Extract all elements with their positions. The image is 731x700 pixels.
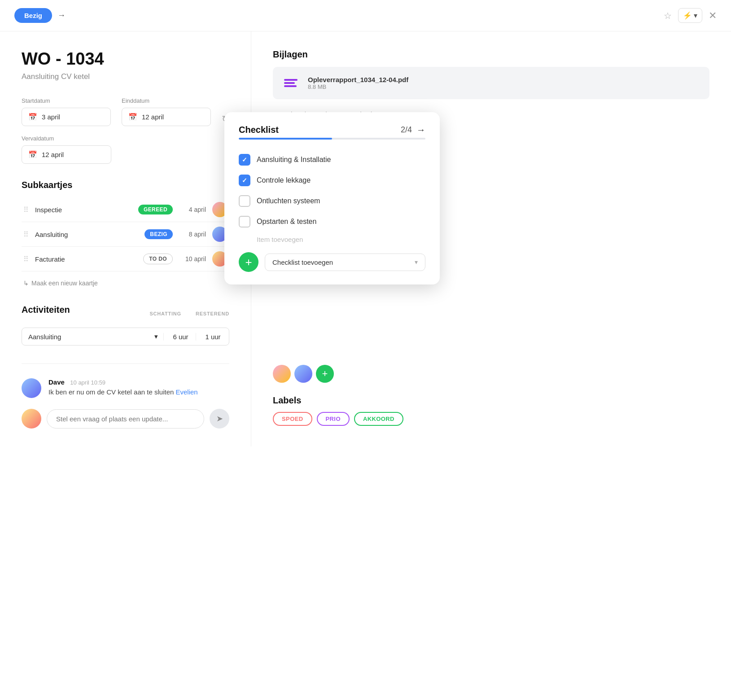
comment-input-avatar bbox=[22, 409, 41, 429]
checkmark-icon: ✓ bbox=[242, 177, 247, 184]
checklist-arrow-icon[interactable]: → bbox=[416, 125, 425, 135]
end-date-value: 12 april bbox=[142, 113, 164, 121]
label-chip-akkoord[interactable]: AKKOORD bbox=[354, 412, 403, 426]
close-button[interactable]: ✕ bbox=[709, 10, 717, 22]
activiteiten-labels: SCHATTING RESTEREND bbox=[149, 311, 229, 316]
drag-handle-icon[interactable]: ⠿ bbox=[23, 206, 29, 214]
checkbox[interactable] bbox=[239, 195, 250, 207]
chevron-down-icon: ▾ bbox=[694, 11, 697, 20]
comment-time: 10 april 10:59 bbox=[70, 379, 105, 386]
comment-input[interactable] bbox=[47, 409, 204, 429]
label-chip-prio[interactable]: PRIO bbox=[317, 412, 350, 426]
add-checklist-button[interactable]: + bbox=[239, 252, 258, 272]
attachment-size: 8.8 MB bbox=[308, 83, 408, 90]
label-chip-spoed[interactable]: SPOED bbox=[273, 412, 312, 426]
checklist-item: ✓ Aansluiting & Installatie bbox=[239, 149, 425, 170]
end-date-input[interactable]: 📅 12 april bbox=[122, 108, 211, 126]
send-button[interactable]: ➤ bbox=[210, 409, 229, 429]
plus-icon: + bbox=[245, 255, 252, 269]
subcard-row: ⠿ Aansluiting BEZIG 8 april bbox=[22, 222, 229, 247]
comment-item: Dave 10 april 10:59 Ik ben er nu om de C… bbox=[22, 378, 229, 398]
activiteiten-header: Activiteiten SCHATTING RESTEREND bbox=[22, 305, 229, 322]
resterend-label: RESTEREND bbox=[196, 311, 229, 316]
add-item-placeholder[interactable]: Item toevoegen bbox=[239, 232, 425, 245]
verval-section: Vervaldatum 📅 12 april bbox=[22, 135, 229, 164]
verval-date-value: 12 april bbox=[42, 151, 64, 158]
left-panel: WO - 1034 Aansluiting CV ketel Startdatu… bbox=[0, 31, 251, 446]
start-date-value: 3 april bbox=[42, 113, 60, 121]
verval-label: Vervaldatum bbox=[22, 135, 229, 142]
lightning-button[interactable]: ⚡ ▾ bbox=[678, 8, 702, 23]
checklist-item-label: Ontluchten systeem bbox=[257, 197, 320, 205]
pdf-line bbox=[284, 85, 297, 87]
calendar-icon-end: 📅 bbox=[128, 113, 137, 121]
send-icon: ➤ bbox=[216, 414, 223, 424]
member-avatar bbox=[294, 365, 312, 383]
attachment-item: Opleverrapport_1034_12-04.pdf 8.8 MB bbox=[273, 67, 709, 99]
add-checklist-input[interactable]: Checklist toevoegen ▾ bbox=[265, 254, 425, 271]
schatting-value: 6 uur bbox=[163, 333, 190, 341]
pdf-icon bbox=[281, 73, 301, 93]
status-button[interactable]: Bezig bbox=[14, 8, 52, 23]
mention-link[interactable]: Evelien bbox=[176, 388, 198, 396]
subcard-list: ⠿ Inspectie GEREED 4 april ⠿ Aansluiting… bbox=[22, 197, 229, 271]
main-layout: WO - 1034 Aansluiting CV ketel Startdatu… bbox=[0, 31, 731, 446]
checklist-item-label: Opstarten & testen bbox=[257, 218, 316, 226]
navigate-arrow-icon[interactable]: → bbox=[57, 11, 66, 20]
checklist-item-label: Controle lekkage bbox=[257, 176, 311, 184]
wo-number: WO - 1034 bbox=[22, 49, 229, 69]
subcard-date: 10 april bbox=[179, 255, 206, 262]
checklist-count: 2/4 → bbox=[401, 125, 425, 135]
checklist-card: Checklist 2/4 → ✓ Aansluiting & Installa… bbox=[224, 112, 440, 284]
activiteiten-select[interactable]: Aansluiting ▾ bbox=[28, 332, 158, 341]
verval-date-input[interactable]: 📅 12 april bbox=[22, 145, 111, 164]
checklist-progress-fill bbox=[239, 138, 332, 140]
checklist-item: Opstarten & testen bbox=[239, 211, 425, 232]
activiteiten-section: Activiteiten SCHATTING RESTEREND Aanslui… bbox=[22, 305, 229, 346]
return-icon: ↳ bbox=[23, 280, 29, 287]
checklist-items: ✓ Aansluiting & Installatie ✓ Controle l… bbox=[239, 149, 425, 245]
drag-handle-icon[interactable]: ⠿ bbox=[23, 230, 29, 239]
dropdown-icon: ▾ bbox=[154, 332, 158, 341]
checklist-item: ✓ Controle lekkage bbox=[239, 170, 425, 191]
subcard-date: 8 april bbox=[179, 231, 206, 238]
right-panel: Bijlagen Opleverrapport_1034_12-04.pdf 8… bbox=[251, 31, 731, 446]
plus-icon: + bbox=[322, 368, 328, 380]
end-date-label: Einddatum bbox=[122, 97, 211, 104]
comment-avatar bbox=[22, 378, 41, 398]
drag-handle-icon[interactable]: ⠿ bbox=[23, 255, 29, 263]
favorite-icon[interactable]: ☆ bbox=[664, 10, 672, 21]
status-badge: BEZIG bbox=[144, 229, 173, 239]
status-badge: GEREED bbox=[138, 205, 173, 214]
start-date-input[interactable]: 📅 3 april bbox=[22, 108, 111, 126]
checklist-item: Ontluchten systeem bbox=[239, 191, 425, 211]
subkaartjes-title: Subkaartjes bbox=[22, 180, 229, 190]
pdf-line bbox=[284, 79, 298, 81]
checkbox[interactable] bbox=[239, 216, 250, 228]
subcard-name: Inspectie bbox=[35, 206, 132, 214]
checkbox[interactable]: ✓ bbox=[239, 175, 250, 186]
checkbox[interactable]: ✓ bbox=[239, 154, 250, 166]
comment-text: Ik ben er nu om de CV ketel aan te sluit… bbox=[48, 388, 198, 396]
schatting-label: SCHATTING bbox=[149, 311, 181, 316]
top-bar: Bezig → ☆ ⚡ ▾ ✕ bbox=[0, 0, 731, 31]
checklist-header: Checklist 2/4 → bbox=[239, 125, 425, 135]
top-bar-left: Bezig → bbox=[14, 8, 66, 23]
subcard-row: ⠿ Inspectie GEREED 4 april bbox=[22, 197, 229, 222]
start-date-label: Startdatum bbox=[22, 97, 111, 104]
subcard-row: ⠿ Facturatie TO DO 10 april bbox=[22, 247, 229, 271]
checklist-item-label: Aansluiting & Installatie bbox=[257, 156, 331, 164]
member-avatar bbox=[273, 365, 291, 383]
status-badge: TO DO bbox=[143, 254, 173, 264]
add-member-button[interactable]: + bbox=[316, 365, 334, 383]
members-row: + bbox=[273, 365, 709, 383]
add-checklist-row: + Checklist toevoegen ▾ bbox=[239, 252, 425, 272]
activiteiten-title: Activiteiten bbox=[22, 305, 70, 315]
new-card-link[interactable]: ↳ Maak een nieuw kaartje bbox=[22, 276, 229, 290]
comment-section: Dave 10 april 10:59 Ik ben er nu om de C… bbox=[22, 363, 229, 429]
dates-row: Startdatum 📅 3 april Einddatum 📅 12 apri… bbox=[22, 97, 229, 126]
labels-row: SPOED PRIO AKKOORD bbox=[273, 412, 709, 426]
calendar-icon-verval: 📅 bbox=[28, 150, 37, 159]
calendar-icon: 📅 bbox=[28, 113, 37, 121]
activiteiten-row: Aansluiting ▾ 6 uur 1 uur bbox=[22, 328, 229, 346]
